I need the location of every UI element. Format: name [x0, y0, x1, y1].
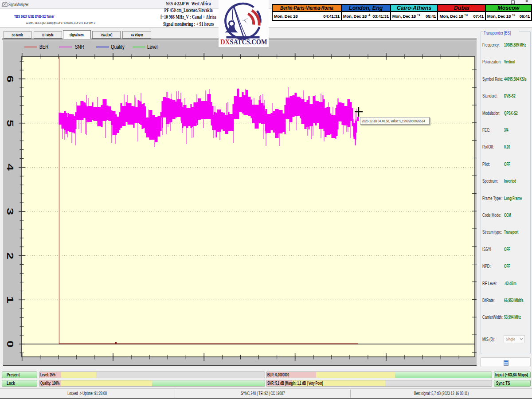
svg-text:SATCS.COM: SATCS.COM [230, 37, 267, 46]
svg-text:DX: DX [220, 37, 230, 46]
